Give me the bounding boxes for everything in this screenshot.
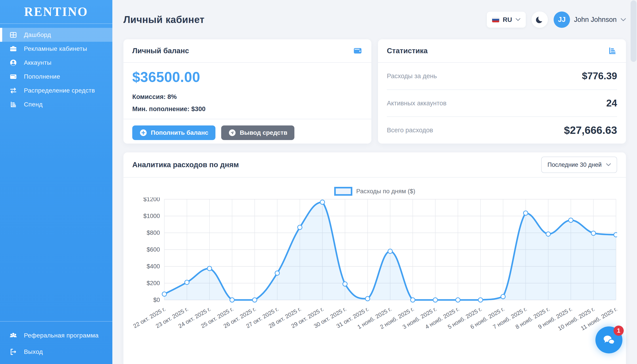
page-header: Личный кабинет RU JJ John Johnson xyxy=(123,0,626,39)
sidebar-item-label: Распределение средств xyxy=(24,87,95,94)
stat-row-daily-spend: Расходы за день $776.39 xyxy=(387,63,617,90)
period-select[interactable]: Последние 30 дней xyxy=(541,156,617,173)
balance-card-body: $36500.00 Комиссия: 8% Мин. пополнение: … xyxy=(123,63,371,119)
stat-label: Всего расходов xyxy=(387,126,433,134)
avatar: JJ xyxy=(554,12,570,28)
sidebar-item-label: Выход xyxy=(24,348,43,356)
language-selector[interactable]: RU xyxy=(487,12,526,28)
page-title: Личный кабинет xyxy=(123,14,204,25)
theme-toggle-button[interactable] xyxy=(531,12,548,28)
moon-icon xyxy=(535,14,545,25)
transfer-arrows-icon xyxy=(9,86,17,94)
logo: RENTINO xyxy=(0,0,112,24)
chat-bubbles-icon xyxy=(602,333,616,347)
spend-chart: $0$200$400$600$800$1000$120022 окт. 2025… xyxy=(132,198,617,352)
send-circle-icon xyxy=(228,129,236,137)
balance-amount: $36500.00 xyxy=(132,69,362,85)
wallet-icon xyxy=(353,46,362,56)
stats-card-title: Статистика xyxy=(387,46,428,55)
svg-text:$1000: $1000 xyxy=(143,213,160,219)
analytics-card: Аналитика расходов по дням Последние 30 … xyxy=(123,152,626,364)
sidebar-item-topup[interactable]: Пополнение xyxy=(0,70,112,84)
sidebar-item-label: Аккаунты xyxy=(24,59,52,66)
stat-label: Активных аккаунтов xyxy=(387,100,447,107)
chevron-down-icon xyxy=(621,18,626,22)
stat-value: 24 xyxy=(606,98,617,109)
withdraw-label: Вывод средств xyxy=(240,129,287,136)
sidebar-item-dashboard[interactable]: Дашборд xyxy=(0,28,112,42)
user-menu[interactable]: JJ John Johnson xyxy=(554,12,626,28)
sidebar-item-label: Реферальная программа xyxy=(24,332,99,339)
language-code: RU xyxy=(503,16,512,24)
min-topup-value: $300 xyxy=(191,105,206,112)
sidebar-item-referral[interactable]: Реферальная программа xyxy=(0,327,112,344)
balance-card-footer: Пополнить баланс Вывод средств xyxy=(123,119,371,146)
sidebar-item-spend[interactable]: Спенд xyxy=(0,98,112,111)
commission-line: Комиссия: 8% xyxy=(132,93,362,100)
svg-text:$0: $0 xyxy=(153,297,160,303)
commission-label: Комиссия: xyxy=(132,93,166,100)
topup-balance-label: Пополнить баланс xyxy=(151,129,208,136)
stat-value: $776.39 xyxy=(582,70,617,82)
svg-text:$400: $400 xyxy=(147,263,160,270)
sidebar-item-label: Дашборд xyxy=(24,31,51,38)
analytics-card-title: Аналитика расходов по дням xyxy=(132,160,239,169)
sidebar-item-distribution[interactable]: Распределение средств xyxy=(0,84,112,98)
chat-unread-badge: 1 xyxy=(613,326,624,336)
sidebar-item-accounts[interactable]: Аккаунты xyxy=(0,56,112,70)
sidebar-item-logout[interactable]: Выход xyxy=(0,344,112,360)
stats-card: Статистика Расходы за день $776.39 Актив… xyxy=(378,39,626,144)
stats-card-header: Статистика xyxy=(378,39,626,63)
chevron-down-icon xyxy=(516,18,520,21)
chart-legend[interactable]: Расходы по дням ($) xyxy=(123,187,626,196)
chat-widget-button[interactable]: 1 xyxy=(595,326,622,354)
main-content: Личный кабинет RU JJ John Johnson Личный… xyxy=(112,0,637,364)
balance-card-header: Личный баланс xyxy=(123,39,371,63)
bar-chart-icon xyxy=(9,100,17,108)
russia-flag-icon xyxy=(492,17,499,22)
svg-text:$200: $200 xyxy=(147,280,160,286)
user-circle-icon xyxy=(9,59,17,67)
svg-text:$800: $800 xyxy=(147,230,160,236)
chart-area: $0$200$400$600$800$1000$120022 окт. 2025… xyxy=(123,196,626,353)
stat-value: $27,666.63 xyxy=(564,124,617,136)
sidebar-item-label: Спенд xyxy=(24,101,43,108)
legend-swatch xyxy=(334,187,352,196)
sidebar: RENTINO Дашборд Рекламные кабинеты Аккау… xyxy=(0,0,112,364)
svg-text:10 нояб. 2025 г.: 10 нояб. 2025 г. xyxy=(557,306,596,332)
wallet-icon xyxy=(9,73,17,80)
balance-card: Личный баланс $36500.00 Комиссия: 8% Мин… xyxy=(123,39,371,144)
briefcase-icon xyxy=(9,45,17,53)
stat-label: Расходы за день xyxy=(387,72,437,80)
analytics-card-header: Аналитика расходов по дням Последние 30 … xyxy=(123,152,626,178)
topup-balance-button[interactable]: Пополнить баланс xyxy=(132,126,216,140)
dashboard-grid-icon xyxy=(9,31,17,39)
scrollbar[interactable] xyxy=(630,0,636,62)
header-controls: RU JJ John Johnson xyxy=(487,12,626,28)
legend-label: Расходы по дням ($) xyxy=(356,188,415,195)
sidebar-footer: Реферальная программа Выход xyxy=(0,321,112,364)
stat-row-total-spend: Всего расходов $27,666.63 xyxy=(387,117,617,144)
min-topup-line: Мин. пополнение: $300 xyxy=(132,105,362,113)
commission-value: 8% xyxy=(167,93,177,100)
sidebar-item-label: Рекламные кабинеты xyxy=(24,45,87,52)
stats-rows: Расходы за день $776.39 Активных аккаунт… xyxy=(378,63,626,144)
user-name: John Johnson xyxy=(574,16,617,24)
plus-circle-icon xyxy=(139,129,147,137)
stat-row-active-accounts: Активных аккаунтов 24 xyxy=(387,90,617,117)
period-select-value: Последние 30 дней xyxy=(547,162,602,168)
withdraw-button[interactable]: Вывод средств xyxy=(221,126,294,140)
sidebar-item-ad-accounts[interactable]: Рекламные кабинеты xyxy=(0,42,112,56)
top-cards-row: Личный баланс $36500.00 Комиссия: 8% Мин… xyxy=(123,39,626,144)
balance-card-title: Личный баланс xyxy=(132,46,189,55)
svg-text:$1200: $1200 xyxy=(143,198,160,202)
svg-text:$600: $600 xyxy=(147,246,160,253)
sidebar-nav: Дашборд Рекламные кабинеты Аккаунты Попо… xyxy=(0,24,112,321)
logout-icon xyxy=(9,348,17,356)
min-topup-label: Мин. пополнение: xyxy=(132,105,189,112)
sidebar-item-label: Пополнение xyxy=(24,73,60,80)
bar-chart-icon xyxy=(607,46,617,56)
users-icon xyxy=(9,332,17,340)
chevron-down-icon xyxy=(606,163,611,166)
